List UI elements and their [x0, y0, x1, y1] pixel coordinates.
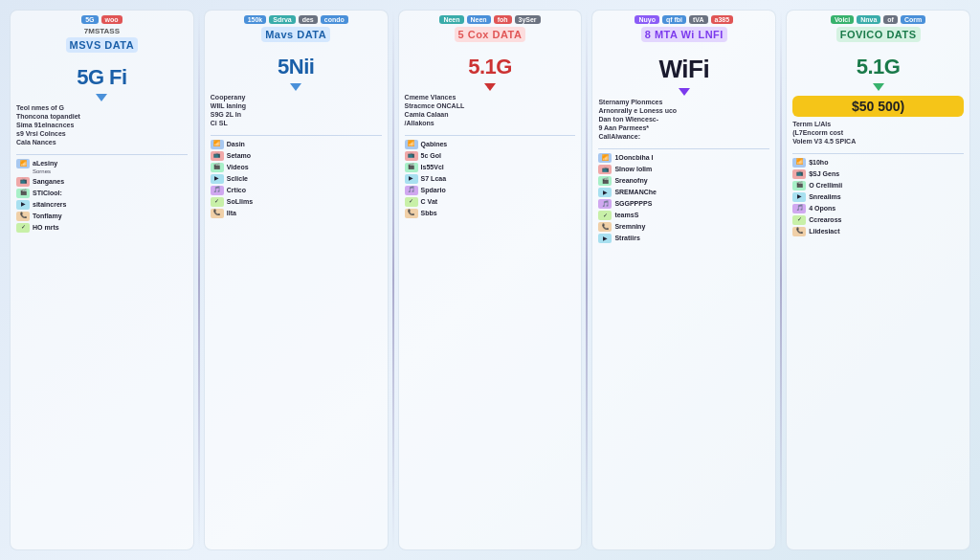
features-list: 📶aLesinySornes📺Sanganes🎬STIClool:▶sitain…	[16, 159, 188, 542]
music-icon: 🎵	[405, 186, 418, 195]
feature-text-block: Sbbs	[421, 209, 437, 217]
description-line: Cala Nances	[16, 138, 188, 146]
description-line: Sternamy Plonmces	[598, 98, 769, 106]
wifi-icon: 📶	[598, 153, 612, 163]
feature-label: Sanganes	[33, 177, 64, 186]
column-col1: 5Gwoo7MSTASSMSVS DATA5G FiTeol nmes of G…	[10, 10, 194, 550]
video-icon: 🎬	[405, 163, 418, 172]
feature-label: 4 Opons	[809, 204, 835, 213]
column-header-col5: VoiciNnvaofCormFOVICO DATS	[787, 11, 969, 45]
column-description: Sternamy PlonmcesArnonrally e Loness uco…	[598, 98, 769, 141]
feature-label: SoLlims	[227, 197, 253, 206]
divider	[598, 148, 769, 149]
feature-text-block: Setamo	[227, 151, 251, 160]
feature-text-block: Spdario	[421, 186, 446, 194]
header-tag: 3ySer	[515, 15, 541, 24]
description-line: CallAlwance:	[598, 132, 769, 141]
feature-text-block: 4 Opons	[809, 204, 835, 213]
feature-text-block: teamsS	[614, 211, 638, 219]
feature-item: 📺$SJ Gens	[792, 169, 964, 179]
column-description: Cmeme VlancesStracmce ONCALLCamia Calaan…	[405, 93, 576, 127]
feature-item: 🎵4 Opons	[792, 204, 964, 213]
feature-label: S7 Lcaa	[421, 174, 446, 183]
phone-icon: 📞	[792, 227, 806, 236]
wifi-icon: 📶	[211, 140, 224, 149]
feature-label: Setamo	[227, 151, 251, 160]
feature-item: ✓C Vat	[405, 197, 576, 207]
feature-item: ✓HO mrts	[16, 223, 188, 233]
feature-text-block: $SJ Gens	[809, 169, 839, 178]
description-line: Dan ton Wlencesc-	[598, 115, 769, 123]
feature-label: Sreanofny	[614, 176, 647, 185]
feature-label: Sremniny	[614, 222, 645, 231]
vertical-divider	[392, 10, 394, 550]
feature-label: Spdario	[421, 186, 446, 194]
vertical-divider	[586, 10, 588, 550]
column-col4: Nuyoqf fbitVAa3858 MTA Wi LNFIWiFiSterna…	[591, 10, 776, 550]
feature-label: Liidesiact	[809, 227, 839, 235]
feature-text-block: Ccreaross	[809, 215, 841, 224]
feature-text-block: Stratiirs	[614, 234, 639, 242]
description-line: Stracmce ONCALL	[405, 101, 576, 110]
feature-text-block: aLesinySornes	[33, 159, 57, 175]
feature-label: $SJ Gens	[809, 169, 839, 178]
feature-item: ▶Snreaiims	[792, 192, 964, 202]
feature-text-block: HO mrts	[33, 223, 59, 232]
wifi-icon: 📶	[405, 140, 418, 149]
feature-text-block: STIClool:	[33, 189, 62, 197]
feature-label: Is55Vcl	[421, 163, 444, 171]
feature-label: O Crellimii	[809, 181, 842, 190]
description-line: (L7Encorm cost	[792, 128, 964, 137]
feature-label: Snreaiims	[809, 192, 840, 201]
description-line: Cmeme Vlances	[405, 93, 576, 101]
feature-text-block: sitaincrers	[33, 200, 66, 209]
features-list: 📶1Ooncbiha l📺SInow lolim🎬Sreanofny▶SREMA…	[598, 153, 769, 542]
music-icon: 🎵	[211, 186, 224, 195]
feature-label: C Vat	[421, 197, 438, 206]
tv-icon: 📺	[16, 177, 30, 187]
feature-item: ✓Ccreaross	[792, 215, 964, 225]
check-icon: ✓	[598, 211, 612, 220]
header-tag: Voici	[831, 15, 854, 24]
divider	[211, 135, 382, 136]
feature-label: SREMANChe	[614, 188, 657, 196]
columns-container: 5Gwoo7MSTASSMSVS DATA5G FiTeol nmes of G…	[10, 10, 970, 550]
feature-item: ▶Stratiirs	[598, 234, 769, 243]
feature-item: ✓teamsS	[598, 211, 769, 220]
header-tag: des	[299, 15, 318, 24]
tv-icon: 📺	[792, 169, 806, 179]
feature-item: 🎵Crtico	[211, 186, 382, 195]
feature-label: Stratiirs	[614, 234, 639, 242]
feature-label: sitaincrers	[33, 200, 66, 209]
feature-text-block: 5c Gol	[421, 151, 441, 160]
feature-item: 🎬O Crellimii	[792, 181, 964, 190]
feature-text-block: Sreanofny	[614, 176, 647, 185]
stream-icon: ▶	[405, 174, 418, 184]
feature-text-block: Dasin	[227, 140, 245, 148]
feature-label: teamsS	[614, 211, 638, 219]
description-line: S9G 2L In	[211, 110, 382, 119]
divider	[16, 154, 188, 155]
column-title: 8 MTA Wi LNFI	[641, 27, 727, 42]
feature-item: 📺SInow lolim	[598, 165, 769, 174]
feature-item: 📞Sbbs	[405, 209, 576, 218]
column-title: FOVICO DATS	[836, 27, 921, 42]
header-tag: Neen	[439, 15, 463, 24]
description-line: Arnonrally e Loness uco	[598, 106, 769, 115]
wifi-icon: 📶	[792, 158, 806, 168]
column-title: Mavs DATA	[261, 27, 330, 42]
feature-text-block: Is55Vcl	[421, 163, 444, 171]
feature-item: 📞Tonflamy	[16, 212, 188, 221]
column-big-label: 5.1G	[405, 55, 576, 79]
check-icon: ✓	[792, 215, 806, 225]
feature-item: 📞Liidesiact	[792, 227, 964, 236]
feature-label: 5c Gol	[421, 151, 441, 160]
music-icon: 🎵	[792, 204, 806, 213]
phone-icon: 📞	[405, 209, 418, 218]
stream-icon: ▶	[598, 188, 612, 197]
feature-label: Tonflamy	[33, 212, 62, 220]
description-line: Volem V3 4.5 SPICA	[792, 137, 964, 146]
column-header-col1: 5Gwoo7MSTASSMSVS DATA	[11, 11, 193, 56]
feature-item: 🎬Videos	[211, 163, 382, 172]
header-tag: 150k	[244, 15, 267, 24]
